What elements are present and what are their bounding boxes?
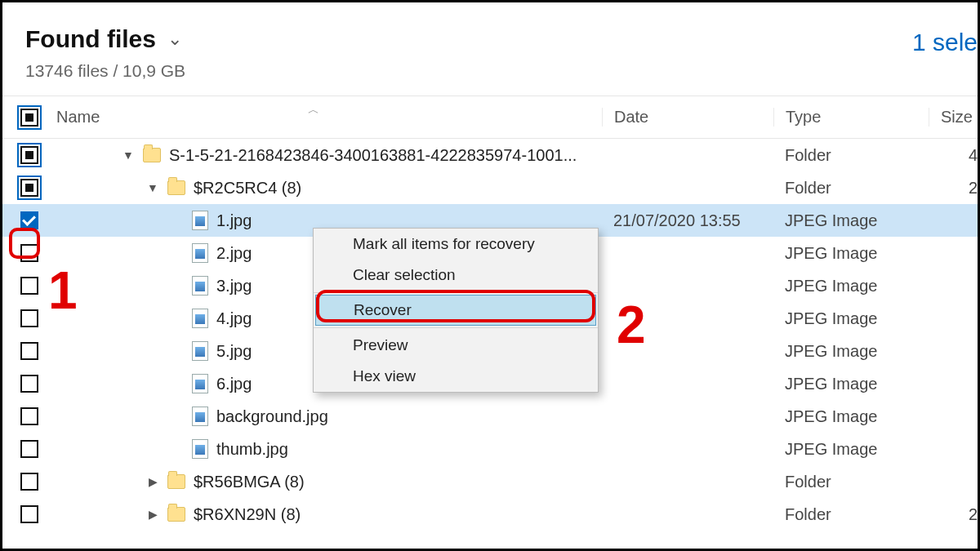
file-name: 5.jpg [216,342,252,361]
table-row[interactable]: ▼S-1-5-21-2168423846-3400163881-42228359… [2,139,978,171]
file-date: 21/07/2020 13:55 [602,211,773,230]
image-file-icon [192,211,208,230]
context-menu-item[interactable]: Mark all items for recovery [314,229,598,260]
page-title[interactable]: Found files [25,25,156,53]
expand-toggle-icon[interactable]: ▼ [122,149,135,162]
column-type[interactable]: Type [773,108,929,127]
file-type: JPEG Image [773,342,929,361]
folder-icon [143,148,161,162]
table-row[interactable]: thumb.jpgJPEG Image [2,433,978,465]
file-name: 2.jpg [216,244,252,263]
image-file-icon [192,439,208,459]
table-row[interactable]: background.jpgJPEG Image [2,400,978,433]
row-checkbox[interactable] [20,146,38,164]
image-file-icon [192,309,208,328]
select-all-checkbox[interactable] [12,109,47,127]
row-checkbox[interactable] [20,211,38,229]
header: Found files ⌄ 13746 files / 10,9 GB 1 se… [2,2,978,96]
row-checkbox[interactable] [20,407,38,425]
file-name: $R2C5RC4 (8) [194,179,301,198]
folder-icon [167,180,185,195]
sort-caret-icon: ︿ [308,103,319,118]
file-size: 2 [929,179,978,198]
chevron-down-icon[interactable]: ⌄ [167,29,182,50]
context-menu-item[interactable]: Hex view [314,361,598,392]
table-row[interactable]: ▼$R2C5RC4 (8)Folder2 [2,171,978,204]
context-menu-item[interactable]: Clear selection [314,260,598,291]
column-headers: Name︿ Date Type Size [2,96,978,139]
file-size: 2 [929,505,978,524]
row-checkbox[interactable] [20,179,38,197]
row-checkbox[interactable] [20,375,38,393]
file-name: 3.jpg [216,277,252,295]
file-name: background.jpg [216,407,328,426]
file-type: JPEG Image [773,277,929,295]
table-row[interactable]: ▶$R6XN29N (8)Folder2 [2,498,978,531]
file-name: thumb.jpg [216,440,288,459]
expand-toggle-icon[interactable]: ▶ [146,508,159,521]
file-size: 4 [929,146,978,165]
table-row[interactable]: ▶$R56BMGA (8)Folder [2,465,978,498]
file-type: JPEG Image [773,244,929,263]
row-checkbox[interactable] [20,505,38,523]
row-checkbox[interactable] [20,244,38,262]
file-type: JPEG Image [773,375,929,393]
image-file-icon [192,374,208,393]
file-name: $R6XN29N (8) [194,505,301,524]
column-date[interactable]: Date [602,108,773,127]
row-checkbox[interactable] [20,440,38,458]
row-checkbox[interactable] [20,473,38,491]
row-checkbox[interactable] [20,277,38,295]
column-size[interactable]: Size [929,108,978,127]
file-name: 6.jpg [216,375,252,393]
file-type: JPEG Image [773,309,929,328]
context-menu-item[interactable]: Recover [315,295,596,326]
selection-count: 1 sele [912,29,978,56]
column-name[interactable]: Name︿ [47,108,602,127]
file-type: Folder [773,179,929,198]
image-file-icon [192,341,208,361]
file-name: 1.jpg [216,211,252,230]
file-name: 4.jpg [216,309,252,328]
expand-toggle-icon[interactable]: ▼ [146,181,159,194]
file-count-summary: 13746 files / 10,9 GB [25,61,978,81]
file-type: Folder [773,473,929,491]
file-name: S-1-5-21-2168423846-3400163881-422283597… [169,146,577,165]
file-type: Folder [773,505,929,524]
expand-toggle-icon[interactable]: ▶ [146,475,159,488]
folder-icon [167,507,185,522]
image-file-icon [192,407,208,426]
file-name: $R56BMGA (8) [194,473,305,491]
image-file-icon [192,276,208,295]
folder-icon [167,474,185,489]
file-type: JPEG Image [773,407,929,426]
file-type: JPEG Image [773,440,929,459]
file-type: Folder [773,146,929,165]
image-file-icon [192,243,208,263]
context-menu: Mark all items for recoveryClear selecti… [313,228,599,393]
file-type: JPEG Image [773,211,929,230]
row-checkbox[interactable] [20,342,38,360]
row-checkbox[interactable] [20,309,38,327]
context-menu-item[interactable]: Preview [314,330,598,361]
